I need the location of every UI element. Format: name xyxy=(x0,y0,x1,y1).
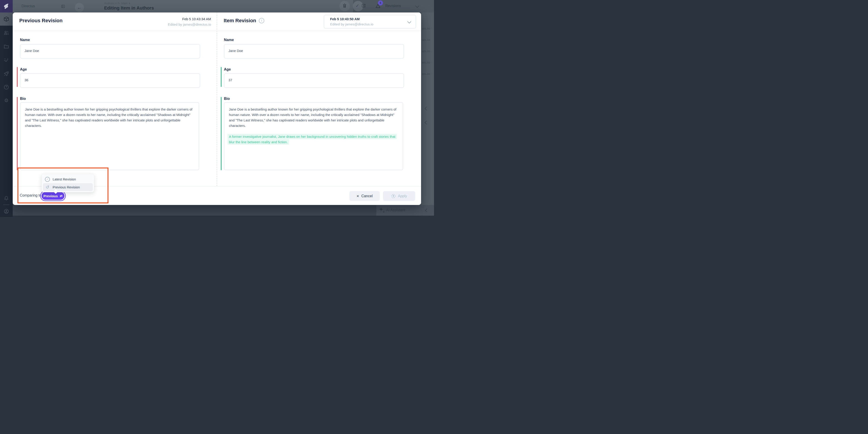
bio-label: Bio xyxy=(224,97,230,101)
breadcrumb-version[interactable]: Main xyxy=(121,2,127,5)
expand-sidebar-icon[interactable] xyxy=(361,3,366,8)
breadcrumb[interactable]: Authors • ↻ Main ▾ xyxy=(104,2,130,5)
selector-edited-by: Edited by james@directus.io xyxy=(330,22,373,26)
module-bar-divider xyxy=(3,204,9,205)
version-caret-icon: ▾ xyxy=(129,2,130,5)
selector-timestamp: Feb 5 10:43:50 AM xyxy=(330,17,360,21)
directus-logo[interactable] xyxy=(0,0,13,12)
name-value: Jane Doe xyxy=(224,45,404,57)
age-label: Age xyxy=(224,67,231,71)
files-module-icon[interactable] xyxy=(0,44,13,50)
name-input-current[interactable]: Jane Doe xyxy=(224,44,404,59)
bottom-background xyxy=(13,205,434,217)
bottom-base-bar xyxy=(13,215,434,217)
bio-added-paragraph: A former investigative journalist, Jane … xyxy=(229,134,398,145)
revision-item-fragment: us.io xyxy=(422,49,430,53)
help-module-icon[interactable] xyxy=(0,84,13,90)
back-button[interactable]: ← xyxy=(75,3,84,12)
bio-text-current: Jane Doe is a bestselling author known f… xyxy=(229,107,398,128)
revision-item-fragment: us.io xyxy=(422,38,430,41)
bio-added-bar xyxy=(221,97,222,170)
previous-revision-timestamp: Feb 5 10:43:34 AM xyxy=(168,17,211,21)
version-icon: ↻ xyxy=(118,2,120,5)
previous-revision-meta: Feb 5 10:43:34 AM Edited by james@direct… xyxy=(168,17,211,26)
content-module-icon[interactable] xyxy=(0,16,13,22)
revisions-count-badge: 6 xyxy=(378,0,383,5)
name-label: Name xyxy=(224,38,234,42)
age-current-value: 37 xyxy=(224,74,404,86)
name-label: Name xyxy=(20,38,30,42)
info-icon[interactable]: i xyxy=(259,18,264,23)
module-bar xyxy=(0,12,13,217)
cancel-button[interactable]: × Cancel xyxy=(349,191,380,201)
rabbit-logo-icon xyxy=(3,3,10,10)
age-removed-bar xyxy=(17,67,18,87)
user-avatar-icon[interactable] xyxy=(0,208,13,214)
breadcrumb-separator: • xyxy=(116,2,117,5)
revisions-sidebar-title[interactable]: Revisions xyxy=(385,4,401,8)
bio-removed-bar xyxy=(17,97,18,170)
age-input-previous[interactable]: 36 xyxy=(20,73,200,88)
notifications-bell-icon[interactable] xyxy=(0,195,13,201)
bio-added-text: A former investigative journalist, Jane … xyxy=(227,134,397,145)
item-revision-title: Item Revision xyxy=(224,18,256,24)
age-input-current[interactable]: 37 xyxy=(224,73,404,88)
panel-divider-dashed xyxy=(217,12,217,186)
ai-assistant-label: AI Assistant xyxy=(386,208,405,212)
revision-item-fragment: us.io xyxy=(422,26,430,30)
close-icon: × xyxy=(356,194,359,198)
collapse-sidebar-icon[interactable] xyxy=(61,4,65,9)
selector-chevron-icon xyxy=(407,20,411,24)
insights-module-icon[interactable] xyxy=(0,57,13,63)
breadcrumb-collection[interactable]: Authors xyxy=(104,2,114,5)
trash-icon[interactable] xyxy=(342,3,347,9)
apply-restore-icon xyxy=(391,194,396,198)
project-name: Directus xyxy=(22,4,35,8)
apply-label: Apply xyxy=(398,194,407,198)
bio-textarea-current[interactable]: Jane Doe is a bestselling author known f… xyxy=(224,102,403,170)
previous-revision-edited-by: Edited by james@directus.io xyxy=(168,23,211,26)
bio-label: Bio xyxy=(20,97,26,101)
annotation-highlight-rect xyxy=(18,168,108,203)
back-arrow-icon: ← xyxy=(77,5,82,10)
users-module-icon[interactable] xyxy=(0,30,13,36)
age-previous-value: 36 xyxy=(21,74,199,86)
rocket-module-icon[interactable] xyxy=(0,71,13,77)
bio-text-previous: Jane Doe is a bestselling author known f… xyxy=(25,107,194,128)
revision-item-fragment: us.io xyxy=(422,60,430,64)
apply-button[interactable]: Apply xyxy=(383,191,415,201)
revision-item-fragment: us.io xyxy=(422,72,430,76)
cancel-label: Cancel xyxy=(362,194,373,198)
revision-selector-dropdown[interactable]: Feb 5 10:43:50 AM Edited by james@direct… xyxy=(324,15,416,29)
age-added-bar xyxy=(221,67,222,87)
page-title: Editing Item in Authors xyxy=(104,5,154,11)
name-input-previous[interactable]: Jane Doe xyxy=(20,44,200,59)
bio-textarea-previous[interactable]: Jane Doe is a bestselling author known f… xyxy=(20,102,199,170)
age-label: Age xyxy=(20,67,27,71)
name-value: Jane Doe xyxy=(21,45,199,57)
previous-revision-title: Previous Revision xyxy=(19,18,63,24)
settings-module-icon[interactable]: ⚙ xyxy=(0,98,13,103)
item-revision-title-row: Item Revision i xyxy=(224,18,264,24)
directus-app: Directus ← Authors • ↻ Main ▾ Editing It… xyxy=(0,0,434,217)
check-save-icon[interactable]: ✓ xyxy=(355,3,359,8)
